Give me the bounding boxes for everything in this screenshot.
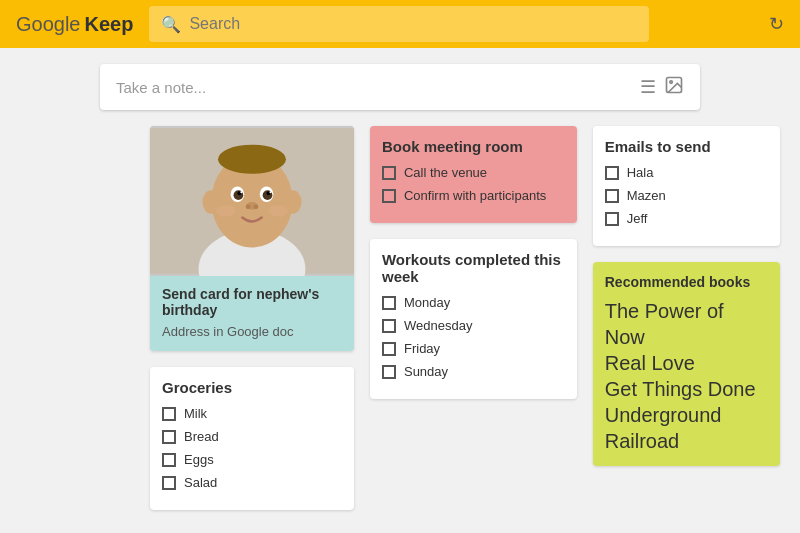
groceries-checklist: MilkBreadEggsSalad: [162, 406, 342, 490]
app-logo: Google Keep: [16, 13, 133, 36]
checklist-item-label: Eggs: [184, 452, 214, 467]
logo-keep-text: Keep: [85, 13, 134, 36]
emails-note-card: Emails to send HalaMazenJeff: [593, 126, 780, 246]
workouts-checklist: MondayWednesdayFridaySunday: [382, 295, 565, 379]
checklist-item-label: Monday: [404, 295, 450, 310]
search-bar[interactable]: 🔍: [149, 6, 649, 42]
book-meeting-checklist: Call the venueConfirm with participants: [382, 165, 565, 203]
emails-checklist: HalaMazenJeff: [605, 165, 768, 226]
checkbox[interactable]: [605, 189, 619, 203]
books-card-body: Recommended books The Power of NowReal L…: [593, 262, 780, 466]
refresh-icon[interactable]: ↻: [769, 13, 784, 35]
logo-google-text: Google: [16, 13, 81, 36]
baby-card-body: Send card for nephew's birthday Address …: [150, 276, 354, 351]
checkbox[interactable]: [605, 212, 619, 226]
checkbox[interactable]: [382, 342, 396, 356]
checklist-item-label: Mazen: [627, 188, 666, 203]
checkbox[interactable]: [162, 476, 176, 490]
book-meeting-note-card: Book meeting room Call the venueConfirm …: [370, 126, 577, 223]
note-image-icon[interactable]: [664, 75, 684, 100]
checklist-item-label: Sunday: [404, 364, 448, 379]
checklist-item-label: Jeff: [627, 211, 648, 226]
books-card-title: Recommended books: [605, 274, 768, 290]
checklist-item-label: Call the venue: [404, 165, 487, 180]
checklist-item: Wednesday: [382, 318, 565, 333]
svg-point-1: [670, 80, 673, 83]
search-input[interactable]: [189, 15, 637, 33]
svg-point-21: [268, 205, 287, 217]
books-list: The Power of NowReal LoveGet Things Done…: [605, 298, 768, 454]
checkbox[interactable]: [162, 430, 176, 444]
checkbox[interactable]: [382, 319, 396, 333]
checklist-item: Bread: [162, 429, 342, 444]
checkbox[interactable]: [162, 407, 176, 421]
checklist-item-label: Hala: [627, 165, 654, 180]
app-header: Google Keep 🔍 ↻: [0, 0, 800, 48]
book-meeting-card-title: Book meeting room: [382, 138, 565, 155]
notes-columns: Send card for nephew's birthday Address …: [150, 126, 780, 510]
checklist-item: Milk: [162, 406, 342, 421]
workouts-note-card: Workouts completed this week MondayWedne…: [370, 239, 577, 399]
checklist-item-label: Milk: [184, 406, 207, 421]
checklist-item: Jeff: [605, 211, 768, 226]
checklist-item-label: Wednesday: [404, 318, 472, 333]
baby-card-title: Send card for nephew's birthday: [162, 286, 342, 318]
book-list-item: Real Love: [605, 350, 768, 376]
svg-point-6: [218, 145, 286, 174]
main-content: Send card for nephew's birthday Address …: [0, 126, 800, 530]
search-icon: 🔍: [161, 15, 181, 34]
note-input-bar[interactable]: Take a note... ☰: [100, 64, 700, 110]
checklist-item: Salad: [162, 475, 342, 490]
baby-card-text: Address in Google doc: [162, 324, 342, 339]
svg-point-20: [216, 205, 235, 217]
checklist-item-label: Friday: [404, 341, 440, 356]
book-list-item: Get Things Done: [605, 376, 768, 402]
notes-col-3: Emails to send HalaMazenJeff Recommended…: [593, 126, 780, 510]
checklist-item: Eggs: [162, 452, 342, 467]
checkbox[interactable]: [605, 166, 619, 180]
groceries-card-title: Groceries: [162, 379, 342, 396]
book-list-item: The Power of Now: [605, 298, 768, 350]
note-input-placeholder: Take a note...: [116, 79, 632, 96]
checklist-item: Sunday: [382, 364, 565, 379]
baby-note-card: Send card for nephew's birthday Address …: [150, 126, 354, 351]
checkbox[interactable]: [382, 365, 396, 379]
book-meeting-card-body: Book meeting room Call the venueConfirm …: [370, 126, 577, 223]
workouts-card-title: Workouts completed this week: [382, 251, 565, 285]
notes-col-1: Send card for nephew's birthday Address …: [150, 126, 354, 510]
workouts-card-body: Workouts completed this week MondayWedne…: [370, 239, 577, 399]
checkbox[interactable]: [382, 189, 396, 203]
checklist-item: Monday: [382, 295, 565, 310]
svg-point-16: [246, 204, 251, 209]
emails-card-body: Emails to send HalaMazenJeff: [593, 126, 780, 246]
note-list-icon[interactable]: ☰: [640, 76, 656, 98]
notes-col-2: Book meeting room Call the venueConfirm …: [370, 126, 577, 510]
svg-point-13: [240, 191, 242, 193]
checklist-item: Hala: [605, 165, 768, 180]
checkbox[interactable]: [162, 453, 176, 467]
svg-point-14: [269, 191, 271, 193]
book-list-item: Underground Railroad: [605, 402, 768, 454]
emails-card-title: Emails to send: [605, 138, 768, 155]
checklist-item-label: Salad: [184, 475, 217, 490]
groceries-card-body: Groceries MilkBreadEggsSalad: [150, 367, 354, 510]
checklist-item: Confirm with participants: [382, 188, 565, 203]
baby-photo: [150, 126, 354, 276]
groceries-note-card: Groceries MilkBreadEggsSalad: [150, 367, 354, 510]
checklist-item: Friday: [382, 341, 565, 356]
checkbox[interactable]: [382, 166, 396, 180]
checklist-item: Call the venue: [382, 165, 565, 180]
checklist-item-label: Bread: [184, 429, 219, 444]
books-note-card: Recommended books The Power of NowReal L…: [593, 262, 780, 466]
svg-point-17: [253, 204, 258, 209]
checkbox[interactable]: [382, 296, 396, 310]
checklist-item-label: Confirm with participants: [404, 188, 546, 203]
checklist-item: Mazen: [605, 188, 768, 203]
